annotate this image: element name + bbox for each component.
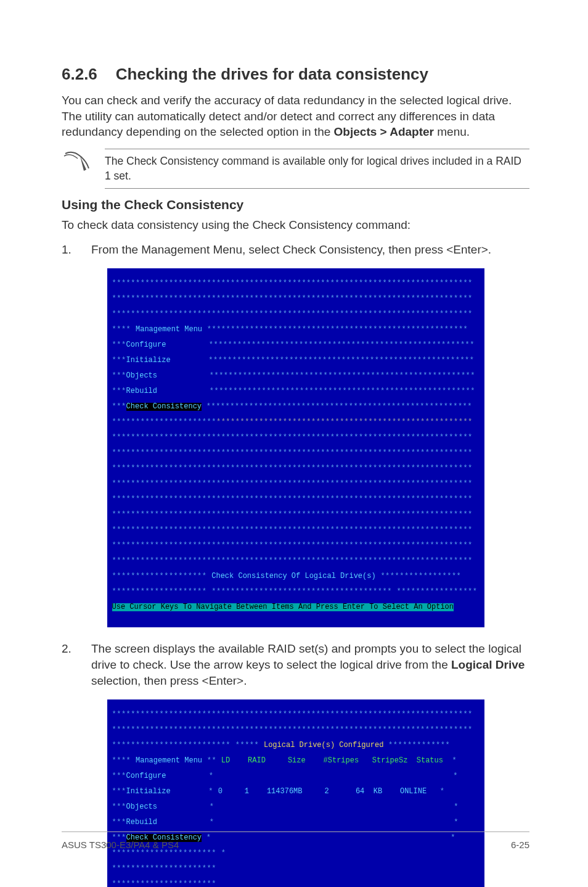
step-1: 1. From the Management Menu, select Chec…: [62, 242, 529, 258]
step-1-num: 1.: [62, 242, 91, 258]
intro-paragraph: You can check and verify the accuracy of…: [62, 93, 529, 140]
col-size: Size: [288, 757, 306, 765]
step-2-num: 2.: [62, 641, 91, 688]
bios-screenshot-2: ****************************************…: [107, 699, 484, 887]
menu-item-configure: Configure: [126, 341, 166, 349]
note-icon: [62, 149, 105, 176]
bios-screenshot-1: ****************************************…: [107, 268, 484, 627]
row-stripes: 2: [325, 788, 329, 796]
note-box: The Check Consistency command is availab…: [62, 149, 529, 189]
row-size: 114376MB: [267, 788, 303, 796]
menu-item-rebuild: Rebuild: [126, 387, 157, 395]
col-stripesz: StripeSz: [372, 757, 408, 765]
footer-left: ASUS TS300-E3/PA4 & PS4: [62, 840, 179, 850]
subheading-intro: To check data consistency using the Chec…: [62, 217, 529, 233]
step-1-text: From the Management Menu, select Check C…: [91, 242, 529, 258]
section-title: Checking the drives for data consistency: [116, 65, 428, 83]
menu-title: Management Menu: [136, 326, 202, 334]
bios2-header-title: Logical Drive(s) Configured: [264, 741, 383, 749]
note-text: The Check Consistency command is availab…: [105, 149, 529, 189]
col-ld: LD: [221, 757, 230, 765]
menu-item-initialize: Initialize: [126, 357, 171, 365]
row-ld: 0: [218, 788, 223, 796]
col-status: Status: [417, 757, 443, 765]
footer-right: 6-25: [511, 840, 529, 850]
menu-item-objects: Objects: [126, 372, 157, 380]
row-status: ONLINE: [400, 788, 427, 796]
section-number: 6.2.6: [62, 65, 97, 83]
menu-item-check-consistency: Check Consistency: [126, 403, 202, 411]
row-stripesz: 64 KB: [356, 788, 382, 796]
col-raid: RAID: [248, 757, 266, 765]
bios1-hint: Use Cursor Keys To Navigate Between Item…: [112, 603, 454, 611]
col-stripes: #Stripes: [324, 757, 359, 765]
page-footer: ASUS TS300-E3/PA4 & PS4 6-25: [62, 831, 529, 850]
section-heading: 6.2.6Checking the drives for data consis…: [62, 65, 529, 84]
step-2-text: The screen displays the available RAID s…: [91, 641, 529, 688]
subheading: Using the Check Consistency: [62, 197, 529, 212]
step-2: 2. The screen displays the available RAI…: [62, 641, 529, 688]
page-content: 6.2.6Checking the drives for data consis…: [0, 0, 588, 887]
bios1-prompt: Check Consistency Of Logical Drive(s): [211, 572, 375, 580]
row-raid: 1: [245, 788, 249, 796]
